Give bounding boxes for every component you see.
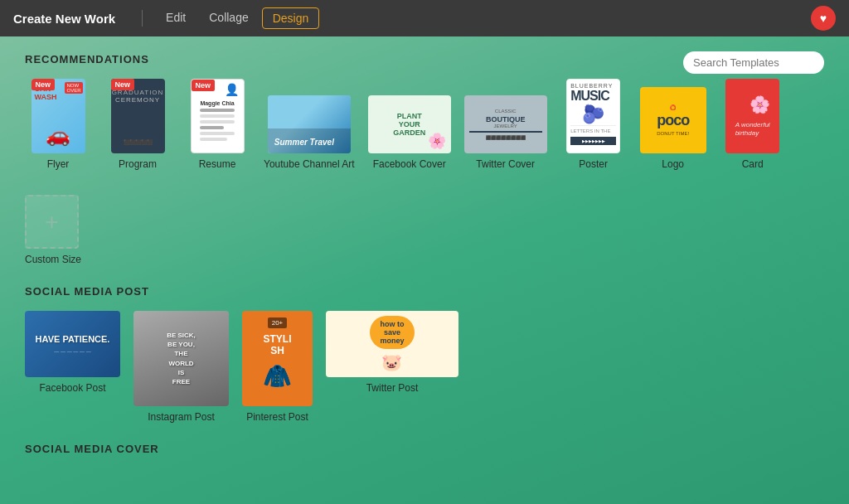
app-title: Create New Work [13,12,115,26]
label-instagram-post: Instagram Post [148,411,215,423]
heart-icon-btn[interactable]: ♥ [811,6,836,31]
card-inner: 🌸 A wonderfulbirthday [729,88,777,145]
logo-text: poco [657,112,689,129]
social-media-post-section: SOCIAL MEDIA POST HAVE PATIENCE. — — — —… [25,285,824,423]
template-item-twitter-cover[interactable]: CLASSIC BOUTIQUE JEWELRY ⬛⬛⬛⬛⬛⬛⬛⬛ Twitte… [464,95,547,170]
thumb-program: New GRADUATION CEREMONY ⬛⬛⬛⬛⬛ [111,79,165,153]
recommendations-section: RECOMMENDATIONS New CARWASH NOWOVER 🚗 Fl… [25,53,824,265]
template-item-custom-size[interactable]: + Custom Size [25,195,824,265]
template-item-resume[interactable]: New Maggie Chia 👤 Resume [184,79,250,170]
plus-icon: + [45,211,58,234]
new-badge-program: New [111,79,135,90]
poster-inner: BLUEBERRY MUSIC 🫐 LETTERS IN THE ▶▶▶▶▶▶▶ [567,80,619,153]
label-twitter-cover: Twitter Cover [476,158,535,170]
custom-size-box[interactable]: + [25,195,79,249]
template-item-flyer[interactable]: New CARWASH NOWOVER 🚗 Flyer [25,79,91,170]
header-divider [142,10,143,27]
thumb-pinterest-post: 20+ STYLISH 🧥 [242,311,313,406]
label-facebook-cover: Facebook Cover [373,158,446,170]
template-item-program[interactable]: New GRADUATION CEREMONY ⬛⬛⬛⬛⬛ Program [104,79,171,170]
template-item-card[interactable]: 🌸 A wonderfulbirthday Card [720,79,786,170]
recommendations-grid: New CARWASH NOWOVER 🚗 Flyer New GRADUATI… [25,79,824,170]
header: Create New Work Edit Collage Design ♥ [0,0,849,36]
thumb-facebook-post: HAVE PATIENCE. — — — — — — [25,311,120,377]
thumb-twitter-cover: CLASSIC BOUTIQUE JEWELRY ⬛⬛⬛⬛⬛⬛⬛⬛ [464,95,547,153]
label-logo: Logo [662,158,684,170]
new-badge-resume: New [192,80,216,91]
thumb-flyer: New CARWASH NOWOVER 🚗 [32,79,85,153]
label-card: Card [742,158,764,170]
thumb-twitter-post: how tosavemoney 🐷 [326,311,458,377]
thumb-card: 🌸 A wonderfulbirthday [725,79,779,153]
template-item-instagram-post[interactable]: BE SICK,BE YOU,THEWORLDISFREE Instagram … [133,311,229,423]
main-content: RECOMMENDATIONS New CARWASH NOWOVER 🚗 Fl… [0,36,849,504]
social-media-cover-title: SOCIAL MEDIA COVER [25,443,824,455]
thumb-youtube: Summer Travel Summer Travel [268,95,351,153]
heart-icon: ♥ [820,12,827,25]
header-right: ♥ [811,6,836,31]
thumb-instagram-post: BE SICK,BE YOU,THEWORLDISFREE [133,311,229,406]
template-item-youtube[interactable]: Summer Travel Summer Travel Youtube Chan… [264,95,355,170]
label-custom-size: Custom Size [25,254,81,265]
label-youtube: Youtube Channel Art [264,158,355,170]
search-input[interactable] [683,51,824,74]
social-media-post-title: SOCIAL MEDIA POST [25,285,824,298]
thumb-facebook-cover: PLANTYOURGARDEN 🌸 [368,95,451,153]
nav-collage[interactable]: Collage [199,7,258,29]
label-pinterest-post: Pinterest Post [246,411,308,423]
social-media-post-grid: HAVE PATIENCE. — — — — — — Facebook Post… [25,311,824,423]
thumb-logo: ⭕ poco DONUT TIME! [640,87,706,153]
label-poster: Poster [579,158,608,170]
template-item-pinterest-post[interactable]: 20+ STYLISH 🧥 Pinterest Post [242,311,313,423]
template-item-facebook-cover[interactable]: PLANTYOURGARDEN 🌸 Facebook Cover [368,95,451,170]
label-facebook-post: Facebook Post [39,382,105,394]
label-flyer: Flyer [47,158,70,170]
template-item-logo[interactable]: ⭕ poco DONUT TIME! Logo [640,87,706,170]
label-resume: Resume [199,158,236,170]
thumb-resume: New Maggie Chia 👤 [191,79,245,153]
thumb-poster: BLUEBERRY MUSIC 🫐 LETTERS IN THE ▶▶▶▶▶▶▶ [566,79,620,153]
template-item-twitter-post[interactable]: how tosavemoney 🐷 Twitter Post [326,311,458,423]
new-badge-flyer: New [32,79,56,90]
label-twitter-post: Twitter Post [366,382,419,394]
template-item-poster[interactable]: BLUEBERRY MUSIC 🫐 LETTERS IN THE ▶▶▶▶▶▶▶… [560,79,627,170]
search-wrap [683,51,824,74]
template-item-facebook-post[interactable]: HAVE PATIENCE. — — — — — — Facebook Post [25,311,120,423]
nav-edit[interactable]: Edit [156,7,196,29]
nav-design[interactable]: Design [262,7,320,29]
social-media-cover-section: SOCIAL MEDIA COVER [25,443,824,455]
main-nav: Edit Collage Design [156,7,319,29]
label-program: Program [119,158,157,170]
